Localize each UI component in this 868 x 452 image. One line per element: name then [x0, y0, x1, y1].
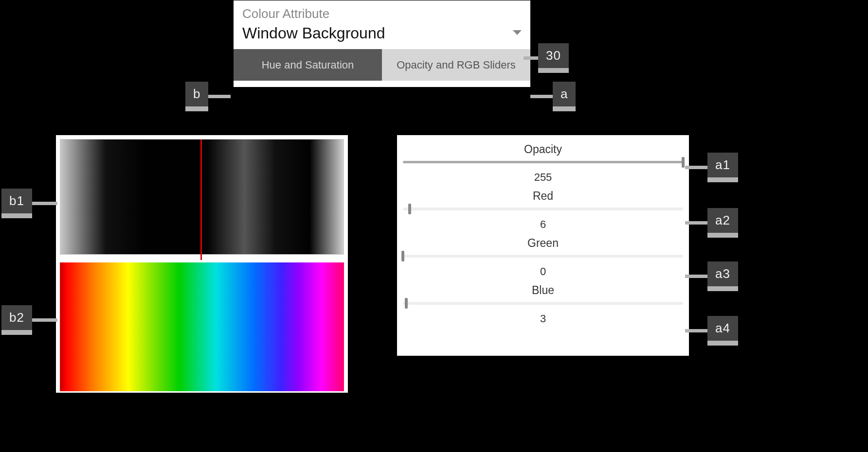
callout-badge: a: [553, 82, 576, 111]
color-tabs: Hue and Saturation Opacity and RGB Slide…: [234, 49, 530, 81]
opacity-label: Opacity: [397, 143, 689, 156]
callout-a3: a3: [685, 261, 738, 291]
callout-leader: [208, 95, 231, 98]
blue-label: Blue: [397, 284, 689, 297]
callout-leader: [530, 95, 553, 98]
callout-30: 30: [524, 43, 569, 73]
opacity-slider[interactable]: [403, 161, 683, 163]
green-slider-block: Green 0: [397, 237, 689, 278]
green-value: 0: [397, 265, 689, 278]
opacity-value: 255: [397, 171, 689, 184]
tab-hue-saturation[interactable]: Hue and Saturation: [234, 49, 382, 81]
green-slider[interactable]: [403, 255, 683, 258]
callout-badge: a2: [707, 208, 738, 238]
callout-leader: [685, 166, 707, 169]
callout-badge: b1: [1, 189, 32, 218]
attribute-dropdown[interactable]: Window Background: [234, 24, 530, 49]
callout-b2: b2: [1, 305, 57, 335]
callout-a4: a4: [685, 316, 738, 346]
green-label: Green: [397, 237, 689, 250]
nav-dots: [234, 81, 530, 87]
hue-saturation-pane: [56, 135, 348, 393]
svg-marker-0: [513, 30, 522, 35]
callout-a1: a1: [685, 153, 738, 182]
callout-leader: [685, 221, 707, 225]
callout-leader: [685, 275, 707, 278]
opacity-rgb-pane: Opacity 255 Red 6 Green 0 Blue 3: [397, 135, 689, 356]
callout-badge: b2: [1, 305, 32, 335]
opacity-slider-block: Opacity 255: [397, 143, 689, 184]
blue-slider-block: Blue 3: [397, 284, 689, 325]
attribute-field-label: Colour Attribute: [234, 0, 530, 24]
hue-marker[interactable]: [60, 262, 61, 391]
chevron-down-icon: [513, 29, 522, 38]
red-value: 6: [397, 218, 689, 231]
red-label: Red: [397, 190, 689, 203]
blue-slider-thumb[interactable]: [405, 298, 408, 309]
callout-leader: [524, 56, 538, 60]
attribute-dropdown-value: Window Background: [242, 24, 513, 42]
callout-a: a: [530, 82, 576, 111]
blue-value: 3: [397, 313, 689, 325]
saturation-value-strip[interactable]: [60, 139, 344, 255]
red-slider-thumb[interactable]: [408, 204, 411, 214]
color-attribute-panel: Colour Attribute Window Background Hue a…: [234, 0, 530, 87]
callout-b: b: [185, 82, 231, 111]
red-slider-block: Red 6: [397, 190, 689, 231]
callout-leader: [685, 329, 707, 332]
callout-badge: a4: [707, 316, 738, 346]
callout-a2: a2: [685, 208, 738, 238]
callout-leader: [32, 202, 57, 205]
tab-opacity-rgb[interactable]: Opacity and RGB Sliders: [382, 49, 530, 81]
callout-badge: a1: [707, 153, 738, 182]
red-slider[interactable]: [403, 208, 683, 210]
green-slider-thumb[interactable]: [401, 251, 404, 261]
callout-b1: b1: [1, 189, 57, 218]
hue-strip[interactable]: [60, 262, 344, 391]
callout-badge: a3: [707, 261, 738, 291]
callout-leader: [32, 318, 57, 322]
callout-badge: b: [185, 82, 208, 111]
blue-slider[interactable]: [403, 302, 683, 305]
callout-badge: 30: [538, 43, 569, 73]
opacity-slider-thumb[interactable]: [682, 157, 685, 168]
saturation-marker[interactable]: [200, 139, 202, 260]
